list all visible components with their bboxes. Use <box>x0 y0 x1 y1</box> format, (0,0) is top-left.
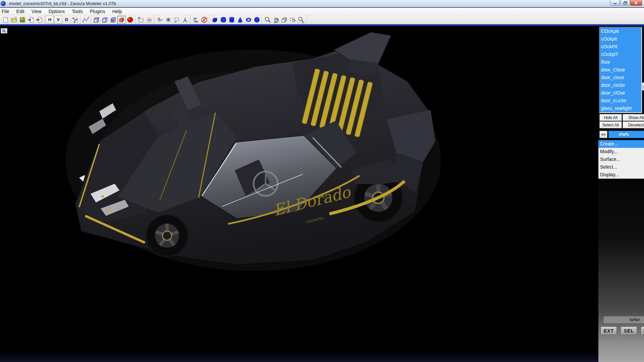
zoom-region-icon <box>298 16 305 23</box>
scroll-down-button[interactable] <box>604 316 644 323</box>
chevron-down-double-icon <box>629 318 640 322</box>
object-list-item[interactable]: door_Close <box>600 66 641 74</box>
toggle-2d3d-button[interactable]: 2D3D <box>192 16 200 24</box>
zoom-view-button[interactable] <box>263 16 272 24</box>
edge-tool-button[interactable] <box>156 16 164 24</box>
disable-z-button[interactable]: Z <box>200 16 208 24</box>
prim-box-icon <box>212 16 218 23</box>
title-bar[interactable]: model_conxerto307rd_kit.z3d - Zanoza Mod… <box>0 0 644 7</box>
object-list-item[interactable]: cOckPit <box>600 43 641 51</box>
import-button[interactable] <box>26 16 35 24</box>
toolbar-group <box>136 15 155 24</box>
create-polyline-button[interactable] <box>82 16 90 24</box>
menu-options[interactable]: Options <box>45 8 68 15</box>
expander-button[interactable]: <> <box>599 131 607 138</box>
vertex-pull-button[interactable] <box>181 16 189 24</box>
object-list-item[interactable]: cOckpIt <box>600 35 641 43</box>
command-display[interactable]: Display... <box>598 171 644 179</box>
edges-mode-button[interactable] <box>101 16 109 24</box>
toolbar-group <box>91 15 136 24</box>
hide-all-button[interactable]: Hide All <box>599 114 622 121</box>
select-move-button[interactable] <box>288 16 297 24</box>
command-modify[interactable]: Modify... <box>598 148 644 156</box>
3d-viewport[interactable]: El Dorado conxerto <box>0 26 598 350</box>
menu-tools[interactable]: Tools <box>68 8 87 15</box>
object-list-item[interactable]: door_cLoSe <box>600 97 641 105</box>
object-panel: COcKpIt cOckpIt cOckPit cOckpiT floor do… <box>598 26 644 362</box>
menu-help[interactable]: Help <box>109 8 126 15</box>
deselect-button[interactable]: Deselect <box>623 121 644 128</box>
select-rectangle-icon <box>138 16 144 23</box>
objects-mode-button[interactable] <box>117 16 126 24</box>
select-all-button[interactable]: Select All <box>599 121 622 128</box>
materials-sphere-icon <box>127 16 133 23</box>
lasso-select-button[interactable] <box>172 16 181 24</box>
faces-mode-button[interactable] <box>109 16 117 24</box>
object-list-item[interactable]: door_cloSe <box>600 81 641 89</box>
export-icon <box>36 16 43 23</box>
restore-button[interactable] <box>620 0 630 6</box>
object-list-item[interactable]: cOckpiT <box>600 51 641 58</box>
menu-view[interactable]: View <box>28 8 45 15</box>
command-surface[interactable]: Surface... <box>598 156 644 163</box>
menu-plugins[interactable]: Plugins <box>86 8 109 15</box>
create-geosphere-button[interactable] <box>253 16 261 24</box>
rotate-view-button[interactable] <box>280 16 288 24</box>
object-list-item[interactable]: door_close <box>600 74 641 81</box>
toolbar-group: HVDz <box>45 15 80 24</box>
command-create[interactable]: Create... <box>598 140 644 148</box>
command-menu: Create... Modify... Surface... Select...… <box>598 140 644 179</box>
collapse-list-button[interactable] <box>608 131 644 138</box>
vertices-mode-button[interactable] <box>92 16 101 24</box>
prim-cone-icon <box>237 16 244 23</box>
command-select[interactable]: Select... <box>598 163 644 171</box>
close-button[interactable] <box>630 0 642 6</box>
toolbar-group <box>0 15 45 24</box>
view-cube-icon <box>281 16 288 23</box>
move-axes-button[interactable]: z <box>71 16 79 24</box>
create-box-button[interactable] <box>211 16 219 24</box>
toggle-d-button[interactable]: D <box>62 16 71 24</box>
3d-car-render: El Dorado conxerto <box>0 26 598 350</box>
bottom-status-bar <box>0 350 598 362</box>
toggle-v-button[interactable]: V <box>54 16 62 24</box>
minimize-icon <box>613 1 617 4</box>
window-controls <box>610 0 642 6</box>
sel-mode-button[interactable]: SEL <box>621 326 637 335</box>
toggle-h-button[interactable]: H <box>46 16 54 24</box>
create-torus-button[interactable] <box>244 16 253 24</box>
mul-mode-button[interactable]: MUL <box>641 326 644 335</box>
ext-mode-button[interactable]: EXT <box>601 326 617 335</box>
pan-view-button[interactable] <box>272 16 280 24</box>
save-button[interactable] <box>18 16 26 24</box>
create-cylinder-button[interactable] <box>227 16 236 24</box>
minimize-button[interactable] <box>610 0 620 6</box>
menu-file[interactable]: File <box>0 8 13 15</box>
viewport-corner-button[interactable] <box>1 28 7 34</box>
toolbar-group: 2D3DZ <box>191 15 210 24</box>
object-list-item[interactable]: door_clOse <box>600 89 641 97</box>
new-file-button[interactable] <box>1 16 10 24</box>
show-all-button[interactable]: Show All <box>623 114 644 121</box>
toolbar-group <box>80 15 91 24</box>
create-sphere-button[interactable] <box>219 16 227 24</box>
object-list-item[interactable]: COcKpIt <box>600 27 641 35</box>
prim-geosphere-icon <box>254 16 260 23</box>
select-rectangle-button[interactable] <box>137 16 145 24</box>
select-circle-button[interactable] <box>145 16 153 24</box>
object-list-item[interactable]: floor <box>600 58 641 66</box>
zoom-region-button[interactable] <box>297 16 305 24</box>
move-axes-icon: z <box>72 16 78 23</box>
open-file-button[interactable] <box>10 16 18 24</box>
prim-cylinder-icon <box>228 16 235 23</box>
materials-mode-button[interactable] <box>126 16 134 24</box>
create-cone-button[interactable] <box>236 16 244 24</box>
object-list-item[interactable]: glass_rearlight <box>600 105 641 112</box>
panel-grip[interactable] <box>642 82 644 90</box>
pan-hand-icon <box>273 16 279 23</box>
menu-edit[interactable]: Edit <box>13 8 28 15</box>
vertex-tool-button[interactable] <box>164 16 172 24</box>
new-file-icon <box>2 16 9 23</box>
export-button[interactable] <box>35 16 43 24</box>
vertex-star-icon <box>165 16 172 23</box>
